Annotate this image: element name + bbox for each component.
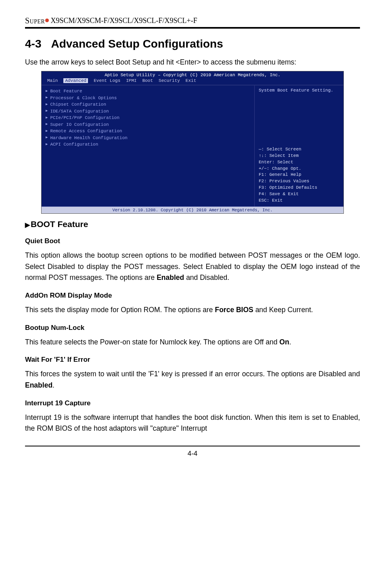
bios-item-pcie-pnp[interactable]: ▶PCIe/PCI/PnP Configuration [46, 115, 250, 121]
boot-feature-title: BOOT Feature [31, 219, 88, 229]
text: This sets the display mode for Option RO… [25, 306, 215, 314]
bold-option: Enabled [157, 273, 184, 281]
intro-paragraph: Use the arrow keys to select Boot Setup … [25, 57, 360, 68]
section-heading: 4-3 Advanced Setup Configurations [25, 38, 360, 50]
triangle-icon: ▶ [46, 89, 48, 94]
section-number: 4-3 [25, 38, 41, 50]
triangle-icon: ▶ [46, 108, 48, 114]
bios-menu-ipmi[interactable]: IPMI [126, 78, 136, 83]
bios-item-label: Hardware Health Configuration [50, 135, 127, 142]
triangle-icon: ▶ [46, 129, 48, 134]
quiet-boot-body: This option allows the bootup screen opt… [25, 250, 360, 284]
section-title: Advanced Setup Configurations [51, 38, 223, 50]
bios-item-label: PCIe/PCI/PnP Configuration [50, 115, 119, 121]
bios-screenshot: Aptio Setup Utility – Copyright (C) 2010… [41, 71, 344, 214]
addon-rom-heading: AddOn ROM Display Mode [25, 292, 360, 300]
bios-key-help: ↔: Select Screen ↑↓: Select Item Enter: … [259, 146, 339, 204]
bios-menu-exit[interactable]: Exit [186, 78, 196, 83]
wait-f1-heading: Wait For 'F1' If Error [25, 356, 360, 364]
bold-option: Force BIOS [215, 306, 253, 314]
bios-right-panel: System Boot Feature Setting. ↔: Select S… [255, 85, 343, 206]
bios-footer: Version 2.10.1208. Copyright (C) 2010 Am… [42, 206, 343, 213]
bios-item-label: Chipset Configuration [50, 101, 106, 108]
page-footer: 4-4 [25, 446, 360, 458]
bios-menu-boot[interactable]: Boot [142, 78, 153, 83]
running-header: Super X9SCM/X9SCM-F/X9SCL/X9SCL-F/X9SCL+… [25, 16, 360, 29]
text: This feature selects the Power-on state … [25, 338, 279, 346]
bios-item-boot-feature[interactable]: ▶Boot Feature [46, 88, 250, 95]
page-number: 4-4 [188, 450, 198, 457]
bios-menu-security[interactable]: Security [159, 78, 180, 83]
bios-menu-advanced[interactable]: Advanced [63, 78, 88, 83]
bios-item-hw-health[interactable]: ▶Hardware Health Configuration [46, 135, 250, 142]
int19-body: Interrupt 19 is the software interrupt t… [25, 412, 360, 434]
bios-item-chipset[interactable]: ▶Chipset Configuration [46, 101, 250, 108]
bios-item-label: Boot Feature [50, 88, 82, 95]
wait-f1-body: This forces the system to wait until the… [25, 369, 360, 391]
bios-item-label: ACPI Configuration [50, 141, 98, 148]
bios-item-acpi[interactable]: ▶ACPI Configuration [46, 141, 250, 148]
bios-left-panel: ▶Boot Feature ▶Processor & Clock Options… [42, 85, 255, 206]
bios-menubar: Main Advanced Event Logs IPMI Boot Secur… [42, 77, 343, 85]
bios-item-label: IDE/SATA Configuration [50, 108, 109, 115]
triangle-icon: ▶ [46, 142, 48, 148]
brand-models: X9SCM/X9SCM-F/X9SCL/X9SCL-F/X9SCL+-F [50, 17, 197, 25]
triangle-icon: ▶ [46, 95, 48, 101]
bios-menu-eventlogs[interactable]: Event Logs [94, 78, 120, 83]
bios-menu-main[interactable]: Main [47, 78, 58, 83]
triangle-icon: ▶ [46, 115, 48, 121]
triangle-icon: ▶ [46, 135, 48, 141]
triangle-icon: ▶ [46, 102, 48, 108]
text: . [289, 338, 291, 346]
bold-option: On [279, 338, 289, 346]
numlock-heading: Bootup Num-Lock [25, 324, 360, 332]
bios-item-label: Processor & Clock Options [50, 95, 117, 102]
brand-dot-icon [45, 19, 49, 22]
numlock-body: This feature selects the Power-on state … [25, 337, 360, 348]
bios-right-hint: System Boot Feature Setting. [259, 88, 339, 146]
bios-item-superio[interactable]: ▶Super IO Configuration [46, 121, 250, 128]
triangle-icon: ▶ [25, 221, 30, 228]
bios-item-ide-sata[interactable]: ▶IDE/SATA Configuration [46, 108, 250, 115]
int19-heading: Interrupt 19 Capture [25, 399, 360, 407]
text: and Disabled. [184, 273, 229, 281]
boot-feature-heading: ▶BOOT Feature [25, 219, 360, 229]
quiet-boot-heading: Quiet Boot [25, 237, 360, 245]
text: . [52, 381, 54, 389]
bios-item-proc-clock[interactable]: ▶Processor & Clock Options [46, 95, 250, 102]
bios-item-remote-access[interactable]: ▶Remote Access Configuration [46, 128, 250, 135]
addon-rom-body: This sets the display mode for Option RO… [25, 304, 360, 316]
text: This forces the system to wait until the… [25, 370, 360, 378]
bios-item-label: Remote Access Configuration [50, 128, 122, 135]
bold-option: Enabled [25, 381, 52, 389]
triangle-icon: ▶ [46, 122, 48, 127]
bios-title: Aptio Setup Utility – Copyright (C) 2010… [42, 71, 343, 77]
text: and Keep Current. [253, 306, 313, 314]
brand-super: Super [25, 16, 45, 25]
bios-item-label: Super IO Configuration [50, 121, 109, 128]
